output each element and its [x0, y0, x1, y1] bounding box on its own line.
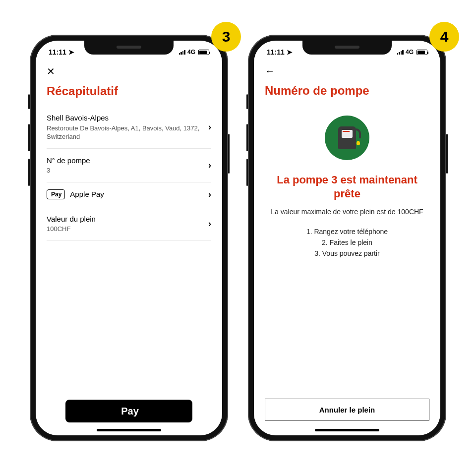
battery-icon: [416, 50, 427, 55]
signal-icon: [397, 50, 404, 55]
instruction-steps: 1. Rangez votre téléphone 2. Faites le p…: [306, 226, 388, 259]
home-indicator[interactable]: [97, 429, 161, 431]
notch: [302, 41, 392, 55]
screen: 11:11 ➤ 4G ✕ Récapitulatif Shell Bavois-…: [36, 41, 222, 435]
chevron-right-icon: ›: [204, 219, 211, 229]
close-icon[interactable]: ✕: [47, 66, 55, 77]
step-2: 2. Faites le plein: [306, 237, 388, 248]
battery-icon: [198, 50, 209, 55]
status-time: 11:11: [49, 48, 66, 56]
summary-list: Shell Bavois-Alpes Restoroute De Bavois-…: [36, 106, 222, 395]
apple-pay-button-text: Pay: [121, 406, 139, 417]
page-title: Numéro de pompe: [254, 80, 440, 106]
fuel-pump-icon: [325, 116, 369, 160]
location-icon: ➤: [68, 48, 74, 56]
signal-icon: [179, 50, 185, 55]
phone-frame: 11:11 ➤ 4G ✕ Récapitulatif Shell Bavois-…: [30, 35, 228, 441]
page-title: Récapitulatif: [36, 80, 222, 106]
network-label: 4G: [187, 49, 195, 56]
chevron-right-icon: ›: [204, 189, 211, 200]
pump-value: 3: [47, 166, 204, 175]
home-indicator[interactable]: [315, 429, 379, 431]
row-pump-number[interactable]: N° de pompe 3 ›: [47, 149, 211, 182]
step-badge: 4: [429, 22, 459, 52]
amount-label: Valeur du plein: [47, 214, 204, 224]
pump-label: N° de pompe: [47, 156, 204, 166]
pump-ready-title: La pompe 3 est maintenant prête: [269, 173, 425, 200]
pump-ready-panel: La pompe 3 est maintenant prête La valeu…: [254, 106, 440, 394]
amount-value: 100CHF: [47, 225, 204, 234]
row-payment-method[interactable]: Pay Apple Pay ›: [47, 182, 211, 207]
location-icon: ➤: [287, 48, 293, 56]
apple-pay-button[interactable]: Pay: [65, 400, 192, 422]
row-fill-amount[interactable]: Valeur du plein 100CHF ›: [47, 207, 211, 241]
cancel-fill-button[interactable]: Annuler le plein: [265, 399, 429, 420]
chevron-right-icon: ›: [204, 122, 211, 132]
apple-pay-chip: Pay: [47, 189, 65, 199]
back-icon[interactable]: ←: [265, 65, 275, 76]
step-3: 3. Vous pouvez partir: [306, 248, 388, 259]
phone-step-4: 4 11:11 ➤ 4G ← Numéro de pompe: [248, 35, 446, 441]
phone-frame: 11:11 ➤ 4G ← Numéro de pompe: [248, 35, 446, 441]
station-address: Restoroute De Bavois-Alpes, A1, Bavois, …: [47, 124, 204, 141]
pump-ready-subtitle: La valeur maximale de votre plein est de…: [271, 207, 423, 217]
station-name: Shell Bavois-Alpes: [47, 113, 204, 123]
step-1: 1. Rangez votre téléphone: [306, 226, 388, 237]
step-badge: 3: [211, 22, 241, 52]
status-time: 11:11: [267, 48, 285, 56]
network-label: 4G: [406, 49, 414, 56]
phone-step-3: 3 11:11 ➤ 4G ✕ Récapitulatif: [30, 35, 228, 441]
notch: [84, 41, 174, 55]
apple-pay-chip-text: Pay: [51, 191, 61, 198]
screen: 11:11 ➤ 4G ← Numéro de pompe: [254, 41, 440, 435]
chevron-right-icon: ›: [204, 160, 211, 171]
row-station[interactable]: Shell Bavois-Alpes Restoroute De Bavois-…: [47, 106, 211, 149]
payment-label: Apple Pay: [70, 189, 104, 199]
